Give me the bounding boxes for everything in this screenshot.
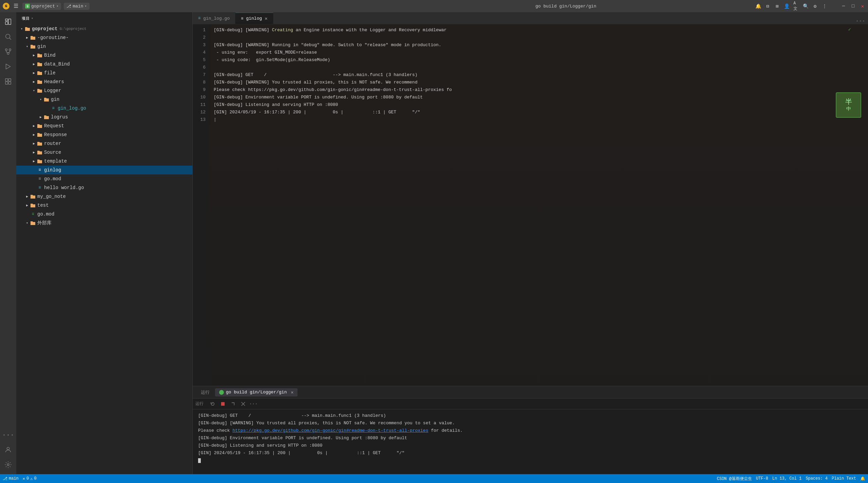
gin-expand-icon: ▾: [24, 44, 30, 49]
gin-inner-label: gin: [51, 97, 59, 102]
more-activity-btn[interactable]: ···: [1, 428, 15, 442]
tree-logger[interactable]: ▾ Logger: [16, 86, 192, 95]
source-expand-icon: ▶: [31, 150, 37, 155]
status-branch[interactable]: ⎇ main: [3, 476, 19, 481]
logger-folder-icon: [37, 88, 43, 94]
window-title: go build gin/Logger/gin: [536, 4, 596, 9]
tree-logrus[interactable]: ▶ logrus: [16, 113, 192, 122]
panel-tab-build[interactable]: go build gin/Logger/gin ✕: [215, 388, 297, 396]
menu-button[interactable]: ☰: [12, 2, 20, 10]
headers-expand-icon: ▶: [31, 79, 37, 85]
branch-selector[interactable]: ⎇ main ▾: [64, 3, 89, 10]
tree-template[interactable]: ▶ template: [16, 157, 192, 166]
gin-folder-icon: [30, 43, 36, 50]
build-tab-icon: [219, 390, 224, 395]
code-lines: [GIN-debug] [WARNING] Creating an Engine…: [210, 24, 868, 386]
code-line-10: [GIN-debug] Environment variable PORT is…: [214, 94, 868, 101]
tree-file[interactable]: ▶ file: [16, 69, 192, 77]
more-dots-icon: ···: [2, 431, 14, 439]
tree-goroutine[interactable]: ▶ -goroutine-: [16, 33, 192, 42]
translate-icon[interactable]: A文: [793, 3, 799, 9]
status-errors[interactable]: ✕ 0 ⚠ 0: [23, 476, 37, 481]
editor-area: ≡ gin_log.go ≡ ginlog ✕ ··· 1 2: [193, 12, 868, 386]
tree-bind[interactable]: ▶ Bind: [16, 51, 192, 60]
minimize-button[interactable]: ─: [841, 3, 846, 9]
restart-button[interactable]: [209, 400, 216, 408]
source-control-activity-btn[interactable]: [1, 45, 15, 58]
settings-icon[interactable]: ⚙: [812, 3, 818, 9]
tab-ginlog[interactable]: ≡ ginlog ✕: [235, 13, 273, 24]
more-panel-button[interactable]: ···: [250, 400, 257, 408]
svg-point-15: [7, 464, 9, 466]
project-selector[interactable]: g goproject ▾: [22, 3, 61, 10]
tab-more-icon[interactable]: ···: [853, 18, 868, 24]
tree-test[interactable]: ▶ test: [16, 201, 192, 210]
editor-tabs: ≡ gin_log.go ≡ ginlog ✕ ···: [193, 12, 868, 24]
router-label: router: [44, 141, 61, 146]
branch-chevron-icon: ▾: [84, 4, 86, 8]
accounts-activity-btn[interactable]: [1, 443, 15, 457]
search-activity-btn[interactable]: [1, 30, 15, 43]
tree-source[interactable]: ▶ Source: [16, 148, 192, 157]
logrus-expand-icon: ▶: [38, 114, 43, 120]
layout-icon[interactable]: ⊟: [765, 3, 770, 9]
remote-icon[interactable]: ⊞: [774, 3, 780, 9]
tree-data-bind[interactable]: ▶ data_Bind: [16, 60, 192, 69]
tab-gin-log-go[interactable]: ≡ gin_log.go: [193, 13, 235, 24]
explorer-activity-btn[interactable]: [1, 15, 15, 29]
settings-activity-btn[interactable]: [1, 458, 15, 471]
bind-expand-icon: ▶: [31, 53, 37, 58]
goroutine-expand-icon: ▶: [24, 35, 30, 40]
panel-toolbar: 运行: [193, 398, 868, 409]
terminal-content[interactable]: [GIN-debug] GET / --> main.main.func1 (3…: [193, 409, 868, 474]
extensions-activity-btn[interactable]: [1, 75, 15, 88]
tree-gin-log-go[interactable]: ▶ ≡ gin_log.go: [16, 104, 192, 113]
tree-response[interactable]: ▶ Response: [16, 130, 192, 139]
tree-external-libs[interactable]: ▾ 外部库: [16, 219, 192, 227]
editor-content[interactable]: 1 2 3 4 5 6 7 8 9 10 11 12 13: [193, 24, 868, 386]
tree-router[interactable]: ▶ router: [16, 139, 192, 148]
tree-my-go-note[interactable]: ▶ my_go_note: [16, 192, 192, 201]
tree-gin-inner[interactable]: ▾ gin: [16, 95, 192, 104]
request-expand-icon: ▶: [31, 123, 37, 129]
logger-expand-icon: ▾: [31, 88, 37, 93]
tree-root[interactable]: ▾ goproject G:\goproject: [16, 24, 192, 33]
gin-label: gin: [37, 44, 46, 49]
maximize-button[interactable]: □: [850, 3, 856, 9]
stop-button[interactable]: [219, 400, 227, 408]
more-options-icon[interactable]: ⋮: [822, 3, 827, 9]
tree-ginlog[interactable]: ▶ ≡ ginlog: [16, 166, 192, 174]
build-tab-close-icon[interactable]: ✕: [291, 390, 293, 395]
external-libs-label: 外部库: [37, 220, 52, 226]
svg-rect-13: [8, 82, 11, 84]
tree-hello-world-go[interactable]: ▶ ≡ hello world.go: [16, 183, 192, 192]
status-notification-icon[interactable]: 🔔: [860, 476, 865, 481]
svg-point-7: [7, 53, 9, 55]
project-icon: g: [25, 4, 30, 8]
clear-button[interactable]: [239, 400, 247, 408]
root-expand-icon: ▾: [19, 26, 24, 32]
data-bind-expand-icon: ▶: [31, 61, 37, 67]
svg-rect-16: [221, 402, 225, 406]
close-button[interactable]: ✕: [860, 3, 865, 9]
tree-go-mod-root[interactable]: ▶ ≡ go.mod: [16, 210, 192, 219]
tab-ginlog-close-icon[interactable]: ✕: [265, 16, 267, 21]
branch-icon: ⎇: [66, 4, 71, 9]
tree-gin[interactable]: ▾ gin: [16, 42, 192, 51]
my-go-note-folder-icon: [30, 193, 36, 200]
account-icon[interactable]: 👤: [784, 3, 789, 9]
tree-headers[interactable]: ▶ Headers: [16, 77, 192, 86]
status-indent: Spaces: 4: [806, 476, 828, 481]
tree-go-mod-gin[interactable]: ▶ ≡ go.mod: [16, 174, 192, 183]
logrus-folder-icon: [43, 114, 50, 120]
tab-ginlog-label: ginlog: [246, 16, 262, 21]
global-search-icon[interactable]: 🔍: [803, 3, 808, 9]
title-bar-center: go build gin/Logger/gin: [379, 4, 753, 9]
template-expand-icon: ▶: [31, 159, 37, 164]
tree-request[interactable]: ▶ Request: [16, 122, 192, 130]
run-debug-activity-btn[interactable]: [1, 60, 15, 73]
step-over-button[interactable]: [229, 400, 237, 408]
panel-tab-run[interactable]: 运行: [197, 388, 214, 397]
notification-bell-icon[interactable]: 🔔: [755, 3, 761, 9]
terminal-link[interactable]: https://pkg.go.dev/github.com/gin-gonic/…: [232, 428, 428, 433]
